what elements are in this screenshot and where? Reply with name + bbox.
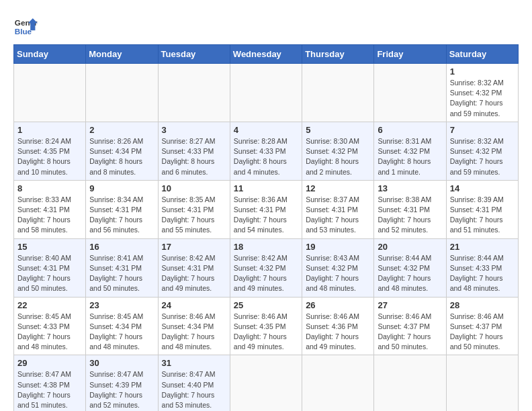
logo: General Blue bbox=[13, 13, 38, 38]
calendar-cell: 5Sunrise: 8:30 AMSunset: 4:32 PMDaylight… bbox=[302, 122, 374, 180]
calendar-week-row: 29Sunrise: 8:47 AMSunset: 4:38 PMDayligh… bbox=[14, 355, 519, 411]
day-number: 21 bbox=[450, 242, 515, 252]
day-number: 18 bbox=[234, 242, 298, 252]
day-detail: Sunrise: 8:39 AMSunset: 4:31 PMDaylight:… bbox=[450, 195, 515, 236]
calendar-cell: 1Sunrise: 8:32 AMSunset: 4:32 PMDaylight… bbox=[446, 64, 518, 122]
calendar-week-row: 1Sunrise: 8:24 AMSunset: 4:35 PMDaylight… bbox=[14, 122, 519, 180]
day-detail: Sunrise: 8:46 AMSunset: 4:36 PMDaylight:… bbox=[306, 312, 370, 353]
day-detail: Sunrise: 8:44 AMSunset: 4:33 PMDaylight:… bbox=[450, 253, 515, 294]
day-detail: Sunrise: 8:45 AMSunset: 4:33 PMDaylight:… bbox=[17, 312, 82, 353]
day-detail: Sunrise: 8:45 AMSunset: 4:34 PMDaylight:… bbox=[89, 312, 154, 353]
day-detail: Sunrise: 8:36 AMSunset: 4:31 PMDaylight:… bbox=[234, 195, 298, 236]
day-detail: Sunrise: 8:37 AMSunset: 4:31 PMDaylight:… bbox=[306, 195, 370, 236]
calendar-cell: 13Sunrise: 8:38 AMSunset: 4:31 PMDayligh… bbox=[374, 180, 446, 238]
day-detail: Sunrise: 8:47 AMSunset: 4:40 PMDaylight:… bbox=[162, 369, 226, 410]
day-number: 31 bbox=[162, 358, 226, 368]
day-number: 6 bbox=[378, 125, 442, 135]
day-detail: Sunrise: 8:40 AMSunset: 4:31 PMDaylight:… bbox=[17, 253, 82, 294]
day-number: 22 bbox=[17, 300, 82, 310]
day-number: 29 bbox=[17, 358, 82, 368]
day-number: 1 bbox=[450, 66, 515, 77]
weekday-header-sunday: Sunday bbox=[14, 45, 86, 64]
header: General Blue bbox=[13, 13, 519, 38]
calendar-cell: 1Sunrise: 8:24 AMSunset: 4:35 PMDaylight… bbox=[14, 122, 86, 180]
weekday-header-friday: Friday bbox=[374, 45, 446, 64]
day-number: 24 bbox=[162, 300, 226, 310]
calendar-cell bbox=[86, 64, 158, 122]
calendar-cell bbox=[446, 355, 518, 411]
weekday-header-saturday: Saturday bbox=[446, 45, 518, 64]
day-number: 15 bbox=[17, 242, 82, 252]
day-detail: Sunrise: 8:42 AMSunset: 4:32 PMDaylight:… bbox=[234, 253, 298, 294]
calendar-cell: 22Sunrise: 8:45 AMSunset: 4:33 PMDayligh… bbox=[14, 297, 86, 355]
calendar-cell: 14Sunrise: 8:39 AMSunset: 4:31 PMDayligh… bbox=[446, 180, 518, 238]
calendar-cell: 29Sunrise: 8:47 AMSunset: 4:38 PMDayligh… bbox=[14, 355, 86, 411]
calendar-cell: 27Sunrise: 8:46 AMSunset: 4:37 PMDayligh… bbox=[374, 297, 446, 355]
day-number: 8 bbox=[17, 183, 82, 193]
day-detail: Sunrise: 8:27 AMSunset: 4:33 PMDaylight:… bbox=[162, 136, 226, 177]
day-number: 13 bbox=[378, 183, 442, 193]
calendar-cell: 21Sunrise: 8:44 AMSunset: 4:33 PMDayligh… bbox=[446, 238, 518, 297]
day-detail: Sunrise: 8:28 AMSunset: 4:33 PMDaylight:… bbox=[234, 136, 298, 177]
calendar-cell: 20Sunrise: 8:44 AMSunset: 4:32 PMDayligh… bbox=[374, 238, 446, 297]
day-number: 11 bbox=[234, 183, 298, 193]
day-number: 4 bbox=[234, 125, 298, 135]
day-number: 19 bbox=[306, 242, 370, 252]
day-detail: Sunrise: 8:44 AMSunset: 4:32 PMDaylight:… bbox=[378, 253, 442, 294]
svg-text:Blue: Blue bbox=[15, 27, 32, 36]
calendar-cell: 4Sunrise: 8:28 AMSunset: 4:33 PMDaylight… bbox=[230, 122, 302, 180]
calendar-cell: 3Sunrise: 8:27 AMSunset: 4:33 PMDaylight… bbox=[158, 122, 230, 180]
calendar-cell: 26Sunrise: 8:46 AMSunset: 4:36 PMDayligh… bbox=[302, 297, 374, 355]
logo-icon: General Blue bbox=[13, 13, 38, 38]
calendar-cell bbox=[158, 64, 230, 122]
day-number: 23 bbox=[89, 300, 154, 310]
day-detail: Sunrise: 8:34 AMSunset: 4:31 PMDaylight:… bbox=[89, 195, 154, 236]
day-number: 10 bbox=[162, 183, 226, 193]
day-detail: Sunrise: 8:26 AMSunset: 4:34 PMDaylight:… bbox=[89, 136, 154, 177]
day-detail: Sunrise: 8:42 AMSunset: 4:31 PMDaylight:… bbox=[162, 253, 226, 294]
day-detail: Sunrise: 8:24 AMSunset: 4:35 PMDaylight:… bbox=[17, 136, 82, 177]
calendar-table: SundayMondayTuesdayWednesdayThursdayFrid… bbox=[13, 44, 519, 411]
day-detail: Sunrise: 8:43 AMSunset: 4:32 PMDaylight:… bbox=[306, 253, 370, 294]
day-number: 20 bbox=[378, 242, 442, 252]
calendar-header-row: SundayMondayTuesdayWednesdayThursdayFrid… bbox=[14, 45, 519, 64]
calendar-week-row: 22Sunrise: 8:45 AMSunset: 4:33 PMDayligh… bbox=[14, 297, 519, 355]
day-number: 28 bbox=[450, 300, 515, 310]
calendar-cell: 6Sunrise: 8:31 AMSunset: 4:32 PMDaylight… bbox=[374, 122, 446, 180]
calendar-cell: 12Sunrise: 8:37 AMSunset: 4:31 PMDayligh… bbox=[302, 180, 374, 238]
day-detail: Sunrise: 8:31 AMSunset: 4:32 PMDaylight:… bbox=[378, 136, 442, 177]
calendar-cell: 23Sunrise: 8:45 AMSunset: 4:34 PMDayligh… bbox=[86, 297, 158, 355]
calendar-cell: 18Sunrise: 8:42 AMSunset: 4:32 PMDayligh… bbox=[230, 238, 302, 297]
calendar-cell: 10Sunrise: 8:35 AMSunset: 4:31 PMDayligh… bbox=[158, 180, 230, 238]
calendar-cell: 24Sunrise: 8:46 AMSunset: 4:34 PMDayligh… bbox=[158, 297, 230, 355]
calendar-cell bbox=[230, 355, 302, 411]
day-detail: Sunrise: 8:46 AMSunset: 4:35 PMDaylight:… bbox=[234, 312, 298, 353]
day-detail: Sunrise: 8:33 AMSunset: 4:31 PMDaylight:… bbox=[17, 195, 82, 236]
calendar-cell: 17Sunrise: 8:42 AMSunset: 4:31 PMDayligh… bbox=[158, 238, 230, 297]
calendar-week-row: 15Sunrise: 8:40 AMSunset: 4:31 PMDayligh… bbox=[14, 238, 519, 297]
day-number: 26 bbox=[306, 300, 370, 310]
day-number: 7 bbox=[450, 125, 515, 135]
day-number: 9 bbox=[89, 183, 154, 193]
day-detail: Sunrise: 8:46 AMSunset: 4:37 PMDaylight:… bbox=[378, 312, 442, 353]
calendar-cell bbox=[302, 64, 374, 122]
calendar-cell: 8Sunrise: 8:33 AMSunset: 4:31 PMDaylight… bbox=[14, 180, 86, 238]
calendar-cell: 31Sunrise: 8:47 AMSunset: 4:40 PMDayligh… bbox=[158, 355, 230, 411]
weekday-header-tuesday: Tuesday bbox=[158, 45, 230, 64]
calendar-cell: 11Sunrise: 8:36 AMSunset: 4:31 PMDayligh… bbox=[230, 180, 302, 238]
calendar-cell bbox=[374, 64, 446, 122]
day-detail: Sunrise: 8:47 AMSunset: 4:39 PMDaylight:… bbox=[89, 369, 154, 410]
day-number: 12 bbox=[306, 183, 370, 193]
calendar-cell: 2Sunrise: 8:26 AMSunset: 4:34 PMDaylight… bbox=[86, 122, 158, 180]
weekday-header-thursday: Thursday bbox=[302, 45, 374, 64]
calendar-week-row: 1Sunrise: 8:32 AMSunset: 4:32 PMDaylight… bbox=[14, 64, 519, 122]
weekday-header-wednesday: Wednesday bbox=[230, 45, 302, 64]
day-detail: Sunrise: 8:46 AMSunset: 4:37 PMDaylight:… bbox=[450, 312, 515, 353]
day-number: 27 bbox=[378, 300, 442, 310]
calendar-cell: 7Sunrise: 8:32 AMSunset: 4:32 PMDaylight… bbox=[446, 122, 518, 180]
day-number: 16 bbox=[89, 242, 154, 252]
weekday-header-monday: Monday bbox=[86, 45, 158, 64]
day-number: 25 bbox=[234, 300, 298, 310]
calendar-cell bbox=[14, 64, 86, 122]
day-number: 2 bbox=[89, 125, 154, 135]
